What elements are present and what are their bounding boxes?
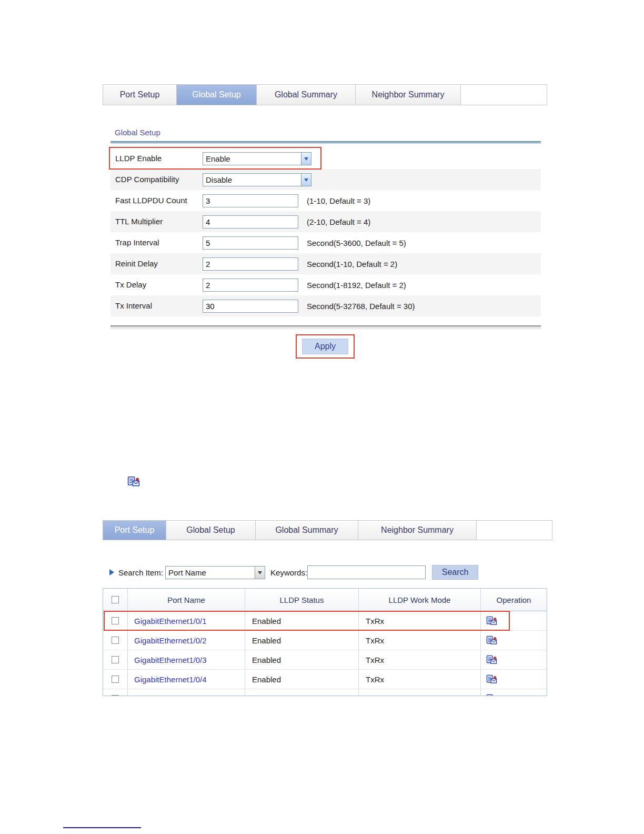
form-select[interactable]: Enable (203, 152, 311, 165)
form-bottom-rule (110, 325, 541, 330)
form-field-label: Tx Delay (110, 280, 203, 290)
form-text-input[interactable] (203, 215, 298, 229)
form-text-input[interactable] (203, 194, 298, 207)
row-checkbox[interactable] (112, 617, 119, 624)
row-checkbox-cell (103, 611, 128, 630)
tab-item[interactable]: Neighbor Summary (358, 521, 477, 540)
tab-filler (461, 85, 547, 105)
setup-modify-icon[interactable] (486, 615, 497, 627)
tab-label: Global Summary (275, 525, 338, 535)
lldp-status-cell: Enabled (245, 631, 359, 650)
row-checkbox[interactable] (112, 656, 119, 663)
form-row: LLDP Enable Enable (110, 148, 541, 169)
port-link[interactable]: GigabitEthernet1/0/4 (128, 670, 245, 689)
setup-modify-icon (127, 475, 140, 490)
setup-modify-icon[interactable] (486, 654, 497, 666)
header-lldp-work-mode: LLDP Work Mode (359, 589, 481, 611)
lldp-work-mode-cell: TxRx (359, 611, 481, 630)
form-select[interactable]: Disable (203, 173, 311, 186)
row-checkbox[interactable] (112, 695, 119, 696)
chevron-down-icon[interactable] (255, 567, 265, 579)
section-title-rule (110, 141, 541, 144)
tab-item[interactable]: Global Setup (177, 85, 257, 105)
setup-modify-icon[interactable] (486, 674, 497, 685)
form-text-input[interactable] (203, 236, 298, 250)
tab-label: Global Summary (275, 90, 337, 100)
lldp-work-mode-cell: TxRx (359, 650, 481, 669)
lldp-work-mode-cell: TxRx (359, 689, 481, 696)
form-field-hint: Second(1-10, Default = 2) (307, 260, 397, 269)
form-row: TTL Multiplier (2-10, Default = 4) (110, 211, 541, 232)
form-field-label: CDP Compatibility (110, 174, 203, 185)
port-link[interactable]: GigabitEthernet1/0/5 (128, 689, 245, 696)
tab-item[interactable]: Global Setup (166, 521, 256, 540)
tab-item[interactable]: Port Setup (103, 85, 177, 105)
tab-list: Port Setup Global Setup Global Summary N… (103, 521, 477, 540)
setup-modify-icon-glyph (127, 475, 140, 488)
form-select-value: Disable (206, 175, 232, 184)
lldp-status-cell: Enabled (245, 670, 359, 689)
form-row: Reinit Delay Second(1-10, Default = 2) (110, 253, 541, 274)
chevron-down-icon[interactable] (301, 174, 311, 186)
port-link[interactable]: GigabitEthernet1/0/3 (128, 650, 245, 669)
form-field-label: LLDP Enable (110, 153, 203, 164)
table-body: GigabitEthernet1/0/1 Enabled TxRx (103, 611, 547, 696)
form-row: Tx Interval Second(5-32768, Default = 30… (110, 295, 541, 316)
setup-modify-icon[interactable] (486, 693, 497, 697)
row-checkbox-cell (103, 670, 128, 689)
port-link[interactable]: GigabitEthernet1/0/2 (128, 631, 245, 650)
form-field-hint: Second(5-3600, Default = 5) (307, 239, 406, 247)
tab-item[interactable]: Global Summary (257, 85, 356, 105)
lldp-status-cell: Enabled (245, 611, 359, 630)
tab-item[interactable]: Neighbor Summary (356, 85, 461, 105)
search-row: Search Item: Port Name Keywords: Search (109, 564, 478, 580)
operation-cell (481, 689, 547, 696)
form-field-label: Fast LLDPDU Count (110, 195, 203, 206)
select-all-checkbox[interactable] (112, 596, 119, 603)
form-field-label: Trap Interval (110, 237, 203, 248)
row-checkbox-cell (103, 650, 128, 669)
form-field-label: TTL Multiplier (110, 216, 203, 227)
apply-button[interactable]: Apply (302, 339, 348, 354)
chevron-down-icon[interactable] (301, 153, 311, 165)
form-field-hint: Second(1-8192, Default = 2) (307, 281, 406, 290)
header-select-all (103, 589, 128, 611)
port-link[interactable]: GigabitEthernet1/0/1 (128, 611, 245, 630)
form-text-input[interactable] (203, 257, 298, 271)
table-row: GigabitEthernet1/0/2 Enabled TxRx (103, 631, 547, 650)
form-field-control (203, 194, 303, 207)
header-operation: Operation (481, 589, 547, 611)
setup-modify-icon[interactable] (486, 635, 497, 646)
form-text-input[interactable] (203, 279, 298, 292)
form-row: Fast LLDPDU Count (1-10, Default = 3) (110, 190, 541, 211)
row-checkbox-cell (103, 631, 128, 650)
form-row: CDP Compatibility Disable (110, 169, 541, 190)
form-field-label: Reinit Delay (110, 259, 203, 269)
lldp-status-cell: Enabled (245, 689, 359, 696)
search-item-select-value: Port Name (168, 568, 206, 577)
form-field-control: Enable (203, 152, 303, 165)
tab-label: Neighbor Summary (381, 525, 454, 535)
operation-cell (481, 670, 547, 689)
form-field-control (203, 257, 303, 271)
lldp-work-mode-cell: TxRx (359, 631, 481, 650)
operation-cell (481, 650, 547, 669)
search-button[interactable]: Search (432, 565, 478, 580)
section-title: Global Setup (115, 128, 160, 137)
tab-item[interactable]: Port Setup (103, 521, 166, 540)
form-field-label: Tx Interval (110, 301, 203, 311)
operation-cell (481, 611, 547, 630)
tab-filler (477, 521, 552, 540)
form-row: Trap Interval Second(5-3600, Default = 5… (110, 232, 541, 253)
keywords-input[interactable] (307, 565, 426, 579)
tab-item[interactable]: Global Summary (256, 521, 358, 540)
tab-list: Port Setup Global Setup Global Summary N… (103, 85, 461, 105)
row-checkbox-cell (103, 689, 128, 696)
form-text-input[interactable] (203, 300, 298, 313)
row-checkbox[interactable] (112, 676, 119, 683)
form-field-control (203, 300, 303, 313)
search-item-select[interactable]: Port Name (165, 566, 265, 579)
table-header-row: Port Name LLDP Status LLDP Work Mode Ope… (103, 589, 547, 611)
form-field-control: Disable (203, 173, 303, 186)
row-checkbox[interactable] (112, 637, 119, 644)
